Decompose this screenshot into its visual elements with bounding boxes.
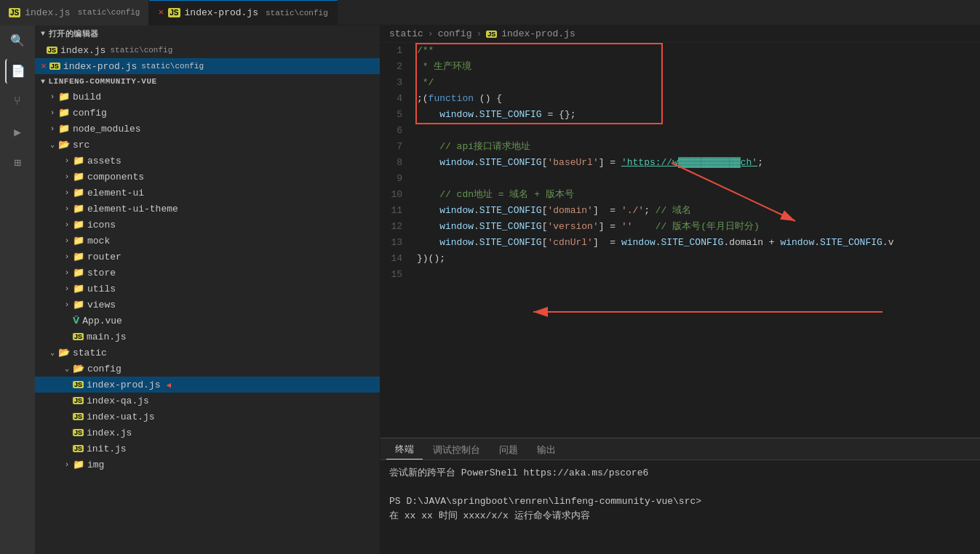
- line-content: // api接口请求地址: [417, 139, 980, 155]
- line-content: window.SITE_CONFIG = {};: [417, 107, 980, 123]
- folder-name: assets: [87, 156, 121, 166]
- folder-icon: 📁: [73, 219, 84, 230]
- code-line-8: 8 window.SITE_CONFIG['baseUrl'] = 'https…: [381, 155, 980, 171]
- line-number: 5: [381, 107, 417, 123]
- folder-config[interactable]: › 📁 config: [35, 105, 380, 121]
- folder-name: router: [87, 252, 121, 262]
- folder-icon: 📁: [73, 155, 84, 166]
- terminal-area: 终端 调试控制台 问题 输出 尝试新的跨平台 PowerShell https:…: [381, 438, 980, 554]
- tab-output[interactable]: 输出: [528, 441, 565, 459]
- activity-extensions[interactable]: ⊞: [5, 150, 30, 175]
- file-app-vue[interactable]: V̈ App.vue: [35, 313, 380, 329]
- open-editors-header[interactable]: ▼ 打开的编辑器: [35, 25, 380, 42]
- breadcrumb-config: config: [438, 28, 472, 39]
- file-init-js[interactable]: JS init.js: [35, 441, 380, 457]
- folder-name: utils: [87, 284, 116, 294]
- file-index-js[interactable]: JS index.js: [35, 425, 380, 441]
- folder-build[interactable]: › 📁 build: [35, 89, 380, 105]
- line-content: window.SITE_CONFIG['version'] = '' // 版本…: [417, 219, 980, 235]
- js-icon: JS: [73, 413, 84, 420]
- folder-img[interactable]: › 📁 img: [35, 457, 380, 473]
- chevron-right-icon: ›: [61, 171, 73, 182]
- code-line-13: 13 window.SITE_CONFIG['cdnUrl'] = window…: [381, 235, 980, 251]
- line-number: 6: [381, 123, 417, 139]
- folder-router[interactable]: › 📁 router: [35, 249, 380, 265]
- chevron-down-icon: ⌄: [61, 363, 73, 374]
- editor-area: static › config › JS index-prod.js 1 /**…: [381, 25, 980, 554]
- js-icon: JS: [73, 445, 84, 452]
- folder-element-ui[interactable]: › 📁 element-ui: [35, 185, 380, 201]
- activity-debug[interactable]: ▶: [5, 120, 30, 145]
- folder-static-config[interactable]: ⌄ 📂 config: [35, 361, 380, 377]
- folder-icon: 📁: [73, 459, 84, 470]
- folder-assets[interactable]: › 📁 assets: [35, 153, 380, 169]
- folder-open-icon: 📂: [58, 139, 70, 150]
- folder-name: config: [87, 364, 121, 374]
- chevron-right-icon: ›: [47, 91, 58, 103]
- folder-icon: 📁: [73, 203, 84, 214]
- terminal-line-3: PS D:\JAVA\springboot\renren\linfeng-com…: [389, 494, 971, 509]
- code-line-11: 11 window.SITE_CONFIG['domain'] = './'; …: [381, 203, 980, 219]
- file-index-prod-js[interactable]: JS index-prod.js ◀: [35, 377, 380, 393]
- code-line-10: 10 // cdn地址 = 域名 + 版本号: [381, 187, 980, 203]
- chevron-down-icon: ▼: [41, 30, 46, 38]
- tab-index-js[interactable]: JS index.js static\config: [0, 0, 149, 25]
- open-editor-index-prod-js[interactable]: × JS index-prod.js static\config: [35, 58, 380, 74]
- activity-explorer[interactable]: 📄: [5, 59, 30, 84]
- open-editor-index-js[interactable]: JS index.js static\config: [35, 42, 380, 58]
- folder-utils[interactable]: › 📁 utils: [35, 281, 380, 297]
- file-main-js[interactable]: JS main.js: [35, 329, 380, 345]
- line-content: */: [417, 75, 980, 91]
- terminal-line-1: 尝试新的跨平台 PowerShell https://aka.ms/pscore…: [389, 466, 971, 481]
- folder-views[interactable]: › 📁 views: [35, 297, 380, 313]
- chevron-right-icon: ›: [61, 459, 73, 470]
- chevron-right-icon: ›: [61, 187, 73, 198]
- js-icon: JS: [9, 8, 20, 17]
- chevron-down-icon: ▼: [41, 78, 46, 86]
- chevron-right-icon: ›: [61, 267, 73, 278]
- line-number: 10: [381, 187, 417, 203]
- line-content: window.SITE_CONFIG['cdnUrl'] = window.SI…: [417, 235, 980, 251]
- project-header[interactable]: ▼ LINFENG-COMMUNITY-VUE: [35, 74, 380, 89]
- activity-search[interactable]: 🔍: [5, 28, 30, 53]
- terminal-line-2: [389, 481, 971, 495]
- folder-icon: 📁: [73, 267, 84, 278]
- folder-mock[interactable]: › 📁 mock: [35, 233, 380, 249]
- js-icon: JS: [73, 429, 84, 436]
- close-icon[interactable]: ×: [158, 7, 164, 18]
- code-line-7: 7 // api接口请求地址: [381, 139, 980, 155]
- folder-store[interactable]: › 📁 store: [35, 265, 380, 281]
- tab-index-prod-js[interactable]: × JS index-prod.js static\config: [149, 0, 337, 25]
- line-number: 13: [381, 235, 417, 251]
- code-editor[interactable]: 1 /** 2 * 生产环境 3 */ 4 ;(function () {: [381, 43, 980, 438]
- breadcrumb: static › config › JS index-prod.js: [381, 25, 980, 43]
- breadcrumb-file: index-prod.js: [501, 28, 575, 39]
- folder-components[interactable]: › 📁 components: [35, 169, 380, 185]
- chevron-down-icon: ⌄: [47, 347, 58, 358]
- folder-element-ui-theme[interactable]: › 📁 element-ui-theme: [35, 201, 380, 217]
- js-icon: JS: [73, 397, 84, 404]
- folder-node-modules[interactable]: › 📁 node_modules: [35, 121, 380, 137]
- folder-icon: 📁: [73, 187, 84, 198]
- code-line-3: 3 */: [381, 75, 980, 91]
- file-name: index.js: [87, 427, 132, 438]
- tab-problems[interactable]: 问题: [490, 441, 527, 459]
- activity-source-control[interactable]: ⑂: [5, 89, 30, 114]
- file-path: static\config: [141, 62, 204, 71]
- folder-src[interactable]: ⌄ 📂 src: [35, 137, 380, 153]
- breadcrumb-sep1: ›: [428, 28, 434, 39]
- line-number: 8: [381, 155, 417, 171]
- folder-name: static: [73, 348, 107, 358]
- file-name: init.js: [87, 443, 127, 454]
- folder-static[interactable]: ⌄ 📂 static: [35, 345, 380, 361]
- file-index-uat-js[interactable]: JS index-uat.js: [35, 409, 380, 425]
- terminal-content[interactable]: 尝试新的跨平台 PowerShell https://aka.ms/pscore…: [381, 460, 980, 554]
- folder-icons[interactable]: › 📁 icons: [35, 217, 380, 233]
- tab-terminal[interactable]: 终端: [386, 440, 423, 459]
- tab-debug-console[interactable]: 调试控制台: [424, 441, 489, 459]
- file-name: index.js: [60, 45, 105, 56]
- arrow-indicator: ◀: [166, 380, 171, 390]
- line-number: 12: [381, 219, 417, 235]
- file-index-qa-js[interactable]: JS index-qa.js: [35, 393, 380, 409]
- close-icon[interactable]: ×: [41, 61, 47, 72]
